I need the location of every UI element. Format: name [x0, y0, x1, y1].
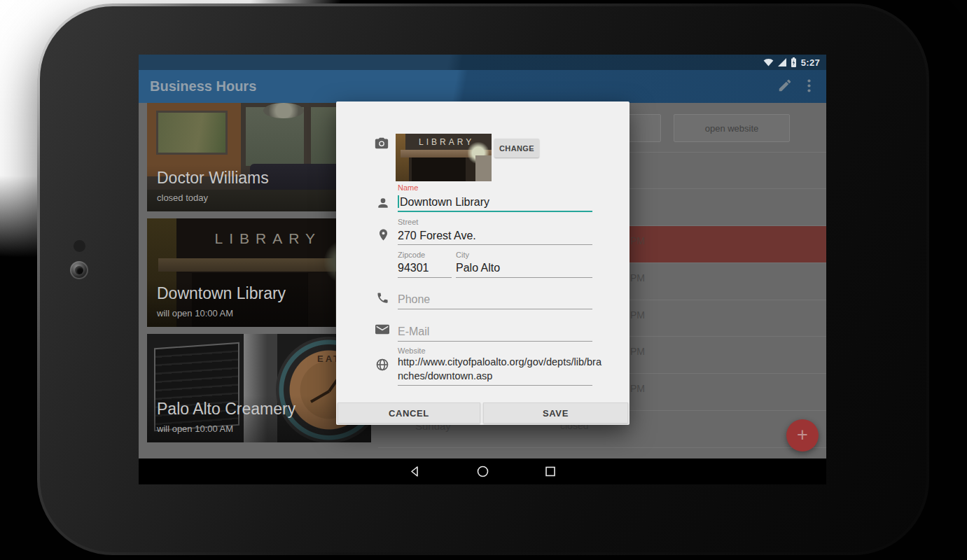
email-input[interactable]: E-Mail: [398, 326, 429, 338]
zipcode-field-label: Zipcode: [398, 251, 425, 259]
phone-icon: [376, 291, 389, 304]
signal-icon: [778, 58, 786, 66]
business-name: Doctor Williams: [157, 169, 361, 188]
cancel-button[interactable]: CANCEL: [338, 402, 480, 424]
business-name: Downtown Library: [157, 284, 361, 303]
edit-business-dialog: LIBRARY CHANGE Name Downtown Library Str…: [336, 102, 629, 425]
edit-pencil-icon[interactable]: [777, 78, 793, 93]
street-underline: [398, 244, 592, 245]
schedule-time-suffix: PM: [630, 346, 645, 357]
street-field-label: Street: [398, 218, 418, 226]
camera-icon: [374, 136, 389, 151]
screenshot-stage: 5:27 Business Hours: [0, 0, 967, 560]
email-underline: [398, 341, 592, 342]
device-screen: 5:27 Business Hours: [139, 55, 826, 484]
name-field-label: Name: [398, 183, 418, 192]
camera-lens-dot: [75, 266, 83, 274]
recents-icon[interactable]: [545, 465, 556, 477]
business-status: will open 10:00 AM: [157, 308, 361, 318]
status-bar: 5:27: [139, 55, 826, 70]
street-input[interactable]: 270 Forest Ave.: [398, 230, 476, 242]
office-chandelier: [263, 103, 304, 118]
clock-text: 5:27: [801, 57, 820, 68]
save-button[interactable]: SAVE: [483, 402, 628, 424]
city-underline: [456, 277, 592, 278]
schedule-time-suffix: PM: [630, 309, 645, 321]
wifi-icon: [763, 58, 774, 66]
name-underline: [398, 211, 592, 212]
battery-charging-icon: [791, 57, 797, 67]
photo-wall: [475, 155, 492, 181]
android-nav-bar: [139, 458, 826, 484]
schedule-time-suffix: PM: [630, 235, 645, 246]
text-caret: [398, 195, 399, 208]
change-photo-button[interactable]: CHANGE: [494, 139, 539, 158]
phone-underline: [398, 309, 592, 309]
city-input[interactable]: Palo Alto: [456, 262, 500, 274]
add-fab-button[interactable]: +: [786, 419, 819, 451]
light-sensor: [74, 240, 85, 252]
schedule-time-suffix: PM: [630, 272, 645, 284]
city-field-label: City: [456, 251, 469, 259]
tablet-frame: 5:27 Business Hours: [37, 4, 929, 555]
app-bar: Business Hours: [139, 70, 826, 103]
open-website-button[interactable]: open website: [674, 114, 790, 142]
location-pin-icon: [377, 228, 390, 241]
business-photo-thumbnail[interactable]: LIBRARY: [396, 134, 492, 181]
back-icon[interactable]: [409, 465, 420, 477]
email-icon: [375, 323, 389, 335]
zipcode-input[interactable]: 94301: [398, 262, 429, 274]
name-input[interactable]: Downtown Library: [398, 195, 489, 209]
phone-input[interactable]: Phone: [398, 293, 430, 306]
office-painting: [156, 111, 228, 155]
person-icon: [376, 196, 390, 210]
overflow-menu-icon[interactable]: [807, 79, 811, 92]
website-field-label: Website: [398, 346, 426, 355]
schedule-time-suffix: PM: [630, 383, 645, 394]
front-camera: [70, 261, 88, 279]
plus-icon: +: [797, 426, 808, 444]
home-icon[interactable]: [477, 465, 489, 477]
page-title: Business Hours: [150, 78, 256, 94]
business-status: will open 10:00 AM: [157, 424, 361, 434]
photo-doors: [412, 158, 466, 181]
zipcode-underline: [398, 277, 452, 278]
website-input[interactable]: http://www.cityofpaloalto.org/gov/depts/…: [398, 355, 602, 383]
globe-icon: [375, 358, 389, 372]
business-name: Palo Alto Creamery: [157, 400, 361, 419]
website-underline: [398, 385, 592, 386]
business-status: closed today: [157, 192, 361, 203]
